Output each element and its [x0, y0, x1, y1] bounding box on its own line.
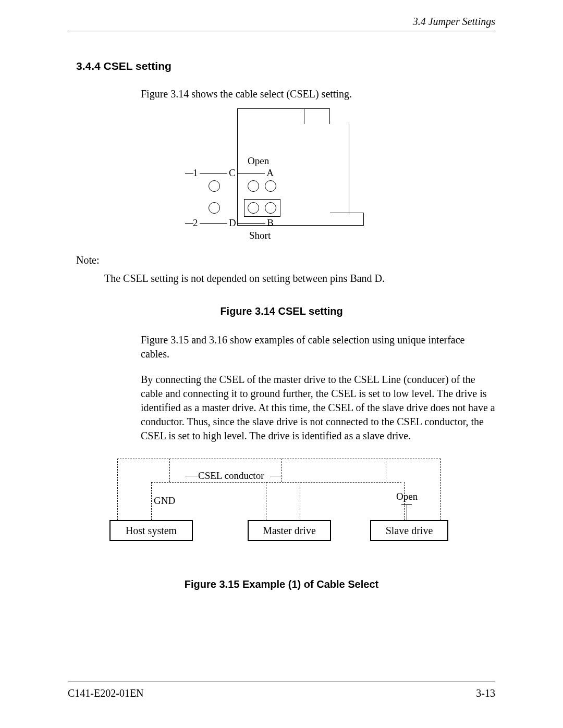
page-header: 3.4 Jumper Settings [68, 16, 495, 31]
csel-conductor-label: CSEL conductor [198, 470, 264, 482]
pin-b [265, 202, 276, 214]
slave-drive-box: Slave drive [370, 520, 448, 541]
pin-1 [209, 180, 220, 192]
fig14-row1-labels: 1 C A [193, 167, 274, 179]
fig14-short-label: Short [249, 230, 271, 241]
fig14-open-label: Open [248, 155, 269, 167]
paragraph-3: By connecting the CSEL of the master dri… [141, 373, 495, 443]
open-label: Open [396, 491, 418, 502]
figure-csel-setting: Open 1 C A 2 D B Short [177, 108, 386, 244]
pin-a [265, 180, 276, 192]
footer-doc-id: C141-E202-01EN [68, 687, 144, 699]
pin-c [248, 180, 259, 192]
gnd-label: GND [154, 495, 175, 507]
pin-d [248, 202, 259, 214]
footer-page-number: 3-13 [476, 687, 495, 699]
paragraph-2: Figure 3.15 and 3.16 show examples of ca… [141, 333, 495, 361]
page-footer: C141-E202-01EN 3-13 [68, 682, 495, 699]
master-drive-box: Master drive [248, 520, 331, 541]
figure-3-14-caption: Figure 3.14 CSEL setting [68, 305, 495, 317]
section-title: 3.4.4 CSEL setting [68, 60, 495, 72]
figure-cable-select-example: CSEL conductor GND Open Host system Mast… [109, 459, 454, 552]
intro-paragraph: Figure 3.14 shows the cable select (CSEL… [141, 87, 495, 101]
header-section-ref: 3.4 Jumper Settings [413, 16, 495, 27]
host-system-box: Host system [109, 520, 193, 541]
figure-3-15-caption: Figure 3.15 Example (1) of Cable Select [68, 578, 495, 590]
note-label: Note: [68, 254, 495, 266]
note-text: The CSEL setting is not depended on sett… [68, 273, 495, 285]
fig14-row2-labels: 2 D B [193, 217, 274, 229]
pin-2 [209, 202, 220, 214]
